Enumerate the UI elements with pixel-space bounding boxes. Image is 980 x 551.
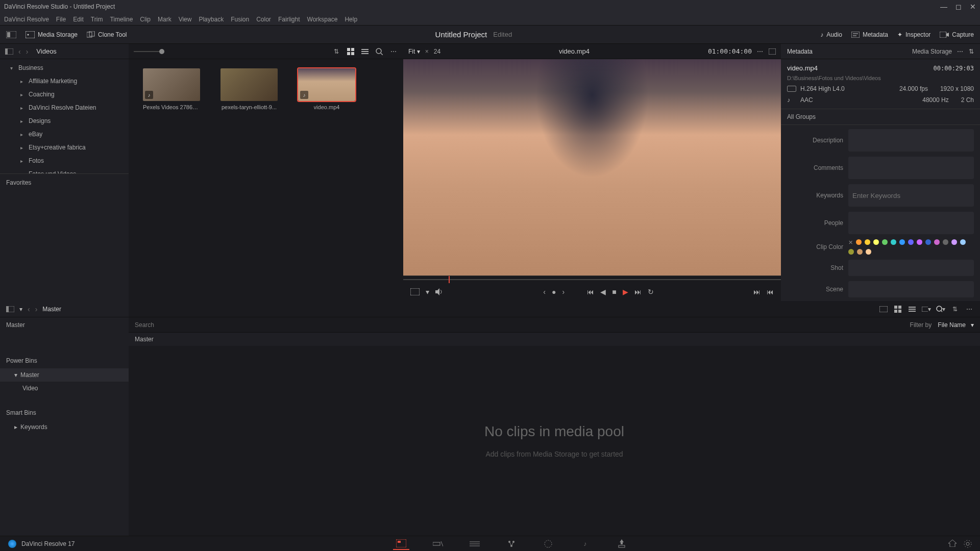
pool-dropdown-icon[interactable]: ▾: [19, 306, 22, 313]
fusion-page-icon[interactable]: [503, 538, 520, 550]
pool-sort-icon[interactable]: ⇅: [950, 305, 960, 313]
tree-item-ebay[interactable]: ▸eBay: [0, 128, 129, 141]
thumbnail-size-slider[interactable]: [134, 51, 164, 52]
color-swatch[interactable]: [848, 249, 854, 255]
thumbnail-item[interactable]: ♪ Pexels Videos 2786S...: [143, 68, 200, 110]
tree-item-coaching[interactable]: ▸Coaching: [0, 88, 129, 101]
viewer-scrubber[interactable]: [403, 276, 781, 283]
stop-icon[interactable]: ■: [612, 288, 616, 296]
clear-color-icon[interactable]: ✕: [848, 239, 853, 246]
close-button[interactable]: ✕: [970, 3, 976, 11]
color-swatch[interactable]: [866, 249, 871, 255]
pool-search-icon[interactable]: ▾: [936, 305, 945, 313]
media-page-icon[interactable]: [393, 538, 409, 550]
color-swatch[interactable]: [882, 239, 888, 245]
color-swatch[interactable]: [856, 239, 862, 245]
viewer-canvas[interactable]: [403, 59, 781, 276]
menu-file[interactable]: File: [56, 16, 66, 23]
nav-back-icon[interactable]: ‹: [18, 47, 21, 56]
clone-tool-button[interactable]: Clone Tool: [87, 31, 127, 38]
pool-aspect-icon[interactable]: ▾: [922, 305, 931, 313]
color-swatch[interactable]: [951, 239, 957, 245]
people-input[interactable]: [848, 212, 974, 234]
color-swatch[interactable]: [943, 239, 948, 245]
playhead[interactable]: [449, 276, 450, 283]
thumbnail-item[interactable]: pexels-taryn-elliott-9...: [220, 68, 278, 110]
tree-item-fotos-videos[interactable]: ▾Fotos und Videos: [0, 167, 129, 173]
go-end-icon[interactable]: ⏭: [634, 288, 642, 296]
menu-clip[interactable]: Clip: [140, 16, 151, 23]
cut-page-icon[interactable]: [430, 538, 446, 550]
marker-icon[interactable]: ●: [552, 288, 556, 296]
metadata-more-icon[interactable]: ⋯: [957, 48, 964, 55]
color-swatch[interactable]: [857, 249, 863, 255]
pool-grid-icon[interactable]: [893, 305, 902, 313]
menu-help[interactable]: Help: [345, 16, 357, 23]
master-bin[interactable]: Master: [0, 317, 129, 333]
color-swatch[interactable]: [891, 239, 896, 245]
description-input[interactable]: [848, 129, 974, 152]
menu-trim[interactable]: Trim: [91, 16, 103, 23]
powerbin-video[interactable]: Video: [0, 382, 129, 395]
panel-toggle-icon[interactable]: [6, 31, 16, 38]
tree-item-business[interactable]: ▾Business: [0, 61, 129, 74]
tree-item-etsy[interactable]: ▸Etsy+creative fabrica: [0, 141, 129, 154]
color-swatch[interactable]: [960, 239, 966, 245]
viewer-expand-icon[interactable]: [769, 48, 776, 55]
tree-item-davinci-dateien[interactable]: ▸DaVinci Resolve Dateien: [0, 101, 129, 114]
search-icon[interactable]: [375, 47, 384, 56]
menu-mark[interactable]: Mark: [158, 16, 172, 23]
menu-fairlight[interactable]: Fairlight: [278, 16, 300, 23]
next-marker-icon[interactable]: ›: [562, 288, 565, 296]
powerbin-master[interactable]: ▾Master: [0, 368, 129, 382]
comments-input[interactable]: [848, 157, 974, 179]
pool-list-icon[interactable]: [908, 305, 917, 313]
shot-input[interactable]: [848, 260, 974, 276]
tree-item-affiliate[interactable]: ▸Affiliate Marketing: [0, 74, 129, 88]
menu-playback[interactable]: Playback: [199, 16, 224, 23]
out-point-icon[interactable]: ⏮: [767, 288, 774, 296]
viewer-more-icon[interactable]: ⋯: [757, 48, 764, 55]
viewer-mode-icon[interactable]: [410, 288, 420, 295]
menu-edit[interactable]: Edit: [73, 16, 84, 23]
sort-icon[interactable]: ⇅: [332, 47, 341, 56]
filter-dropdown[interactable]: File Name ▾: [938, 321, 974, 329]
breadcrumb-master[interactable]: Master: [135, 336, 154, 343]
chevron-down-icon[interactable]: ▾: [426, 288, 429, 296]
edit-page-icon[interactable]: [467, 538, 483, 550]
pool-nav-back-icon[interactable]: ‹: [28, 305, 30, 313]
list-view-icon[interactable]: [360, 47, 370, 56]
pool-search-input[interactable]: [135, 321, 904, 329]
prev-marker-icon[interactable]: ‹: [543, 288, 546, 296]
sidebar-panel-icon[interactable]: [5, 48, 13, 55]
menu-view[interactable]: View: [179, 16, 192, 23]
pool-thumb-icon[interactable]: [879, 305, 888, 313]
menu-fusion[interactable]: Fusion: [231, 16, 249, 23]
more-icon[interactable]: ⋯: [389, 47, 398, 56]
metadata-button[interactable]: Metadata: [851, 31, 888, 38]
go-start-icon[interactable]: ⏮: [587, 288, 594, 296]
color-swatch[interactable]: [899, 239, 905, 245]
nav-forward-icon[interactable]: ›: [26, 47, 29, 56]
inspector-button[interactable]: ✦ Inspector: [897, 31, 930, 38]
maximize-button[interactable]: ◻: [955, 3, 962, 11]
menu-workspace[interactable]: Workspace: [307, 16, 338, 23]
media-storage-button[interactable]: Media Storage: [26, 31, 78, 38]
play-icon[interactable]: ▶: [623, 288, 628, 296]
play-reverse-icon[interactable]: ◀: [600, 288, 606, 296]
deliver-page-icon[interactable]: [614, 538, 630, 550]
menu-color[interactable]: Color: [256, 16, 271, 23]
color-swatch[interactable]: [908, 239, 914, 245]
pool-nav-forward-icon[interactable]: ›: [35, 305, 38, 313]
color-swatch[interactable]: [925, 239, 931, 245]
tree-item-designs[interactable]: ▸Designs: [0, 114, 129, 128]
fit-dropdown[interactable]: Fit ▾: [408, 48, 420, 55]
color-swatch[interactable]: [917, 239, 922, 245]
loop-icon[interactable]: ↻: [648, 288, 654, 296]
smartbin-keywords[interactable]: ▸Keywords: [0, 420, 129, 434]
pool-panel-icon[interactable]: [6, 306, 14, 312]
tree-item-fotos[interactable]: ▸Fotos: [0, 154, 129, 167]
pool-more-icon[interactable]: ⋯: [965, 305, 974, 313]
thumbnail-item[interactable]: ♪ video.mp4: [298, 68, 355, 110]
scene-input[interactable]: [848, 281, 974, 297]
